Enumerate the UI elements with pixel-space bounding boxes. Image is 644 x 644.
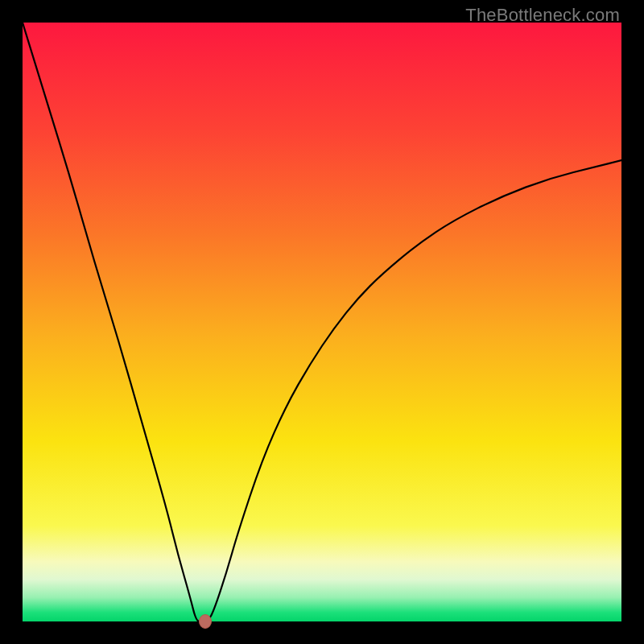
plot-frame: [23, 23, 621, 621]
optimum-marker: [199, 614, 212, 629]
watermark-text: TheBottleneck.com: [465, 5, 620, 26]
bottleneck-chart: [23, 23, 621, 621]
